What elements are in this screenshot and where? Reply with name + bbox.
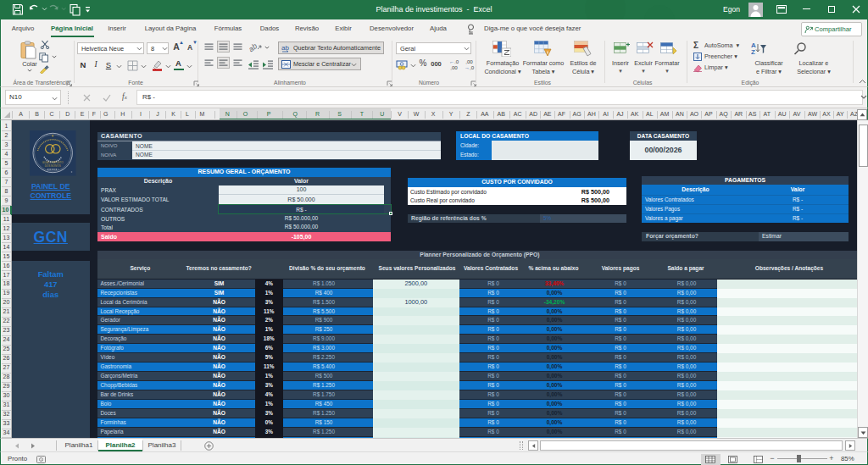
svg-text:ab: ab	[249, 42, 259, 53]
svg-text:Z: Z	[751, 48, 755, 55]
svg-text:ab: ab	[281, 44, 289, 52]
svg-text:DOS NOIVOS: DOS NOIVOS	[45, 164, 61, 168]
